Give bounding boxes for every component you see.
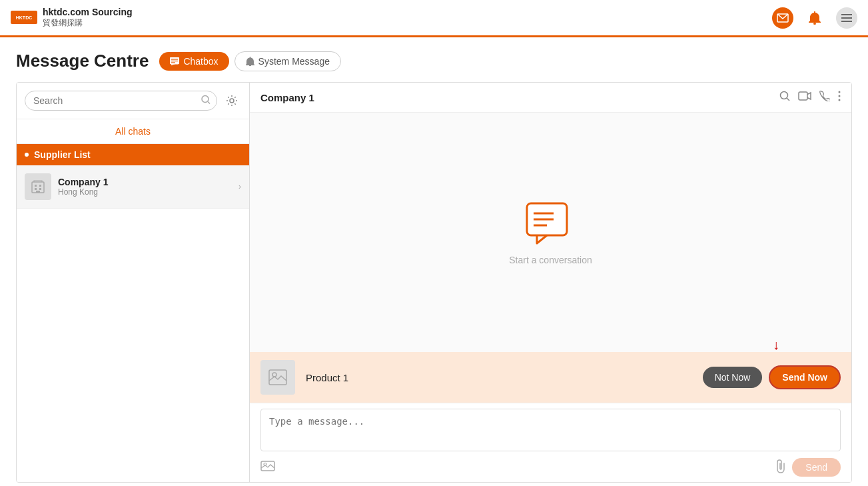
video-icon[interactable]: [798, 91, 811, 103]
chat-layout: All chats Supplier List: [16, 82, 852, 483]
image-upload-icon: [260, 461, 275, 471]
mc-header: Message Centre Chatbox System Message: [16, 51, 852, 71]
tab-chatbox[interactable]: Chatbox: [159, 52, 228, 71]
company-name: Company 1: [58, 177, 232, 187]
more-options-icon[interactable]: [838, 91, 841, 104]
settings-button[interactable]: [222, 91, 241, 110]
start-conversation: Start a conversation: [509, 200, 592, 265]
gear-icon: [226, 95, 237, 106]
page-content: Message Centre Chatbox System Message: [0, 37, 868, 486]
svg-rect-18: [39, 188, 41, 190]
chatbox-tab-icon: [170, 57, 179, 65]
svg-rect-16: [39, 185, 41, 187]
search-input-wrap: [25, 91, 217, 111]
not-now-button[interactable]: Not Now: [703, 367, 763, 388]
footer-right: Send: [776, 458, 841, 477]
svg-point-11: [202, 96, 209, 103]
supplier-list-header: Supplier List: [17, 144, 249, 165]
company-avatar: [25, 173, 51, 200]
tab-system-message[interactable]: System Message: [234, 51, 341, 71]
list-item[interactable]: Company 1 Hong Kong ›: [17, 165, 249, 209]
svg-point-23: [839, 91, 841, 93]
svg-point-13: [230, 99, 234, 103]
menu-icon: [841, 14, 852, 22]
chatbox-tab-label: Chatbox: [183, 56, 218, 67]
navbar-icons: [772, 7, 857, 29]
all-chats-button[interactable]: All chats: [17, 119, 249, 144]
company-location: Hong Kong: [58, 187, 232, 197]
start-conversation-text: Start a conversation: [509, 255, 592, 265]
navbar: HKTDC hktdc.com Sourcing 貿發網採購: [0, 0, 868, 37]
page-title: Message Centre: [16, 51, 149, 71]
chat-header-icons: [779, 91, 841, 104]
brand-text: hktdc.com Sourcing 貿發網採購: [43, 7, 133, 29]
svg-point-24: [839, 95, 841, 97]
attachment-icon[interactable]: [776, 459, 785, 477]
search-icon: [201, 95, 211, 107]
product-actions: Not Now Send Now: [703, 365, 841, 389]
svg-point-25: [839, 99, 841, 101]
svg-point-20: [781, 92, 788, 99]
svg-line-21: [787, 98, 789, 101]
supplier-dot: [25, 153, 29, 157]
send-button[interactable]: Send: [792, 458, 841, 477]
chat-sidebar: All chats Supplier List: [17, 83, 250, 482]
bell-icon: [809, 11, 821, 25]
message-input[interactable]: [260, 409, 841, 451]
chat-bubble-illustration: [524, 200, 577, 247]
svg-rect-17: [35, 188, 37, 190]
bell-button[interactable]: [804, 7, 825, 29]
chat-body: Start a conversation: [250, 113, 851, 352]
chat-footer: Send: [250, 403, 851, 482]
emoji-icon[interactable]: [260, 461, 275, 475]
chat-main: Company 1: [250, 83, 851, 482]
footer-actions: Send: [260, 454, 841, 477]
mail-button[interactable]: [772, 7, 793, 29]
chevron-right-icon: ›: [238, 182, 241, 191]
product-thumbnail: [260, 360, 295, 395]
svg-line-12: [208, 102, 210, 104]
product-suggestion-bar: ↓ Product 1 Not Now Send Now: [250, 352, 851, 403]
brand: HKTDC hktdc.com Sourcing 貿發網採購: [11, 7, 133, 29]
product-name: Product 1: [306, 372, 692, 383]
mail-icon: [777, 13, 789, 23]
arrow-annotation: ↓: [773, 337, 779, 353]
supplier-list-label: Supplier List: [34, 149, 91, 160]
svg-rect-30: [269, 370, 286, 385]
company-info: Company 1 Hong Kong: [58, 177, 232, 197]
send-now-button[interactable]: Send Now: [769, 365, 841, 389]
svg-rect-19: [36, 191, 40, 193]
logo-text: HKTDC: [16, 15, 33, 20]
system-tab-label: System Message: [258, 56, 330, 67]
site-subtitle: 貿發網採購: [43, 17, 133, 29]
building-icon: [31, 179, 45, 194]
search-input[interactable]: [25, 91, 217, 111]
svg-rect-15: [35, 185, 37, 187]
site-title: hktdc.com Sourcing: [43, 7, 133, 18]
chat-search-icon[interactable]: [779, 91, 790, 104]
svg-point-2: [813, 23, 816, 25]
svg-rect-22: [799, 92, 807, 100]
chat-header: Company 1: [250, 83, 851, 113]
mc-tabs: Chatbox System Message: [159, 51, 341, 71]
chat-company-title: Company 1: [260, 92, 314, 103]
hktdc-logo: HKTDC: [11, 11, 37, 24]
phone-icon[interactable]: [819, 91, 830, 104]
search-area: [17, 83, 249, 119]
bell-tab-icon: [246, 57, 254, 66]
image-placeholder-icon: [268, 369, 287, 385]
menu-button[interactable]: [836, 7, 857, 29]
